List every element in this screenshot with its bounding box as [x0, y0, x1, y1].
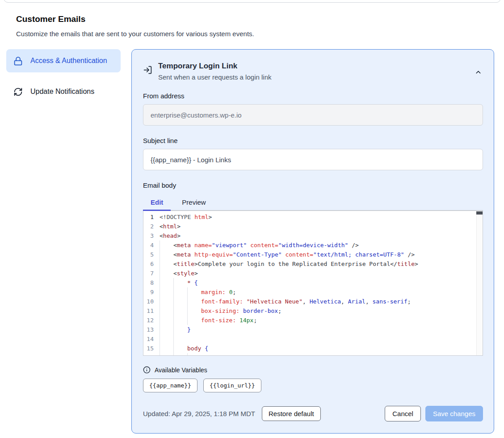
- login-icon: [143, 65, 152, 75]
- cancel-button[interactable]: Cancel: [385, 406, 421, 421]
- code-line[interactable]: 10font-family: "Helvetica Neue", Helveti…: [143, 297, 483, 306]
- panel-title: Temporary Login Link: [158, 62, 271, 71]
- line-number: 3: [143, 231, 160, 240]
- panel-subtitle: Sent when a user requests a login link: [158, 73, 271, 81]
- line-number: 5: [143, 250, 160, 259]
- editor-scrollbar-track[interactable]: [476, 211, 483, 355]
- code-line[interactable]: 7<style>: [143, 269, 483, 278]
- code-line[interactable]: 4<meta name="viewport" content="width=de…: [143, 240, 483, 250]
- indent-guide: [160, 250, 173, 259]
- temporary-login-link-panel: Temporary Login Link Sent when a user re…: [131, 49, 494, 434]
- line-number: 8: [143, 278, 160, 287]
- line-number: 13: [143, 325, 160, 334]
- indent-guide: [173, 344, 187, 353]
- panel-header: Temporary Login Link Sent when a user re…: [143, 61, 483, 81]
- panel-footer: Updated: Apr 29, 2025, 1:18 PM MDT Resto…: [143, 406, 483, 421]
- content-row: Access & Authentication Update Notificat…: [6, 49, 494, 434]
- indent-guide: [173, 306, 187, 316]
- code-line[interactable]: 15body {: [143, 344, 483, 353]
- refresh-icon: [13, 87, 23, 97]
- subject-line-label: Subject line: [143, 137, 483, 144]
- indent-guide: [187, 297, 201, 306]
- tab-preview[interactable]: Preview: [174, 194, 213, 211]
- indent-guide: [187, 353, 201, 356]
- indent-guide: [173, 278, 187, 287]
- code-line[interactable]: 2<html>: [143, 222, 483, 231]
- available-variables-label: Available Variables: [155, 366, 207, 374]
- previous-card-bottom-edge: [4, 0, 501, 3]
- restore-default-button[interactable]: Restore default: [262, 406, 321, 421]
- indent-guide: [187, 316, 201, 325]
- indent-guide: [173, 353, 187, 356]
- indent-guide: [160, 316, 173, 325]
- indent-guide: [160, 306, 173, 316]
- from-address-input[interactable]: [143, 104, 483, 126]
- indent-guide: [160, 269, 173, 278]
- page-title: Customer Emails: [16, 14, 488, 24]
- indent-guide: [160, 240, 173, 250]
- line-number: 12: [143, 316, 160, 325]
- from-address-label: From address: [143, 92, 483, 100]
- indent-guide: [160, 353, 173, 356]
- code-lines: 1<!DOCTYPE html>2<html>3<head>4<meta nam…: [143, 212, 483, 356]
- indent-guide: [173, 325, 187, 334]
- panel-header-text: Temporary Login Link Sent when a user re…: [158, 61, 271, 81]
- variable-chip-login-url[interactable]: {{login_url}}: [203, 379, 261, 392]
- email-body-tabs: Edit Preview: [143, 194, 483, 211]
- code-line[interactable]: 9margin: 0;: [143, 287, 483, 297]
- indent-guide: [187, 287, 201, 297]
- editor-scrollbar-thumb[interactable]: [476, 211, 483, 215]
- collapse-panel-button[interactable]: [475, 68, 482, 76]
- indent-guide: [160, 278, 173, 287]
- lock-icon: [13, 56, 23, 66]
- line-number: 15: [143, 344, 160, 353]
- code-line[interactable]: 8* {: [143, 278, 483, 287]
- sidebar-item-label: Access & Authentication: [30, 55, 107, 66]
- indent-guide: [173, 297, 187, 306]
- indent-guide: [173, 287, 187, 297]
- line-number: 16: [143, 353, 160, 356]
- indent-guide: [173, 316, 187, 325]
- indent-guide: [160, 297, 173, 306]
- line-number: 10: [143, 297, 160, 306]
- indent-guide: [160, 325, 173, 334]
- indent-guide: [160, 287, 173, 297]
- line-number: 14: [143, 334, 160, 344]
- sidebar-item-access-authentication[interactable]: Access & Authentication: [6, 49, 121, 72]
- subject-line-input[interactable]: [143, 149, 483, 170]
- tab-edit[interactable]: Edit: [143, 194, 171, 211]
- variable-chip-app-name[interactable]: {{app_name}}: [143, 379, 197, 392]
- code-line[interactable]: 14: [143, 334, 483, 344]
- line-number: 6: [143, 259, 160, 269]
- save-changes-button[interactable]: Save changes: [425, 406, 483, 421]
- line-number: 11: [143, 306, 160, 316]
- code-line[interactable]: 13}: [143, 325, 483, 334]
- page-subtitle: Customize the emails that are sent to yo…: [16, 30, 488, 38]
- sidebar-item-update-notifications[interactable]: Update Notifications: [6, 80, 121, 103]
- line-number: 9: [143, 287, 160, 297]
- updated-timestamp: Updated: Apr 29, 2025, 1:18 PM MDT: [143, 410, 255, 417]
- variable-chips: {{app_name}} {{login_url}}: [143, 379, 483, 392]
- line-number: 7: [143, 269, 160, 278]
- chevron-up-icon: [475, 68, 482, 76]
- code-line[interactable]: 5<meta http-equiv="Content-Type" content…: [143, 250, 483, 259]
- indent-guide: [160, 344, 173, 353]
- sidebar-item-label: Update Notifications: [30, 86, 94, 97]
- line-number: 2: [143, 222, 160, 231]
- indent-guide: [173, 334, 187, 344]
- sidebar: Access & Authentication Update Notificat…: [6, 49, 121, 103]
- line-number: 1: [143, 212, 160, 222]
- email-body-label: Email body: [143, 181, 483, 189]
- code-line[interactable]: 12font-size: 14px;: [143, 316, 483, 325]
- line-number: 4: [143, 240, 160, 250]
- indent-guide: [160, 334, 173, 344]
- code-line[interactable]: 1<!DOCTYPE html>: [143, 212, 483, 222]
- code-line[interactable]: 16background-color: #f6f8fb;: [143, 353, 483, 356]
- code-line[interactable]: 3<head>: [143, 231, 483, 240]
- code-line[interactable]: 6<title>Complete your login to the Repli…: [143, 259, 483, 269]
- code-editor[interactable]: 1<!DOCTYPE html>2<html>3<head>4<meta nam…: [143, 210, 483, 356]
- code-line[interactable]: 11box-sizing: border-box;: [143, 306, 483, 316]
- indent-guide: [187, 306, 201, 316]
- indent-guide: [160, 259, 173, 269]
- page-header: Customer Emails Customize the emails tha…: [16, 14, 488, 38]
